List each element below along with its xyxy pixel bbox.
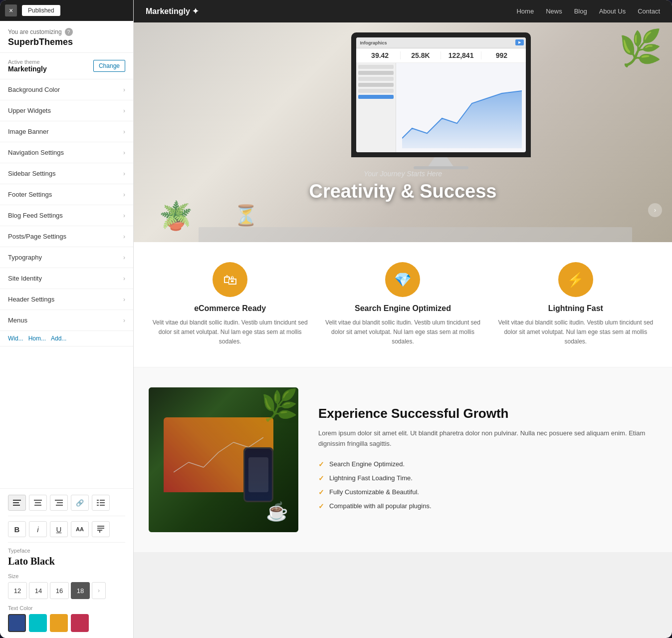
coffee-cup-icon: ☕ [266,501,288,522]
check-icon-1: ✓ [318,460,324,468]
chevron-right-icon: › [123,170,125,177]
svg-rect-6 [55,500,63,501]
menu-item-image-banner[interactable]: Image Banner › [0,121,133,142]
nav-home[interactable]: Home [516,7,534,15]
list-button[interactable] [92,495,110,511]
change-theme-button[interactable]: Change [93,60,125,72]
feature-ecommerce-desc: Velit vitae dui blandit sollic itudin. V… [149,318,311,347]
chevron-right-icon: › [123,317,125,324]
site-logo: Marketingly ✦ [146,6,199,16]
color-swatch-cyan[interactable] [29,614,47,632]
customizer-topbar: × Published [0,0,133,21]
widget-label-1[interactable]: Wid... [8,335,23,342]
svg-rect-3 [34,500,42,501]
hero-text: Your Journey Starts Here Creativity & Su… [278,170,528,202]
feature-seo: 💎 Search Engine Optimized Velit vitae du… [321,262,484,347]
paragraph-button[interactable] [92,521,110,537]
chevron-right-icon: › [123,254,125,261]
list-item: ✓ Fully Customizable & Beautiful. [318,485,657,499]
features-section: 🛍 eCommerce Ready Velit vitae dui blandi… [134,242,672,367]
ecommerce-icon-circle: 🛍 [213,262,247,297]
nav-contact[interactable]: Contact [638,7,660,15]
check-icon-4: ✓ [318,502,324,510]
close-button[interactable]: × [5,4,17,16]
growth-content: Experience Successful Growth Lorem ipsum… [318,406,657,513]
italic-button[interactable]: i [29,521,47,537]
menu-item-posts-page-settings[interactable]: Posts/Page Settings › [0,226,133,247]
plant-left: 🪴 [159,200,193,232]
size-18-button[interactable]: 18 [71,582,90,599]
plant-overlay-icon: 🌿 [261,387,298,423]
svg-rect-8 [56,505,63,506]
color-swatch-blue[interactable] [8,614,26,632]
menu-item-label: Image Banner [8,128,49,135]
text-format-toolbar: B i U AA [8,521,125,543]
menu-item-label: Background Color [8,86,60,93]
text-color-section: Text Color [8,605,125,632]
hero-section: Infographics 39.42 25.8K 122,841 [134,22,672,242]
nav-about[interactable]: About Us [599,7,626,15]
svg-rect-7 [57,502,63,503]
align-right-button[interactable] [50,495,68,511]
menu-item-upper-widgets[interactable]: Upper Widgets › [0,100,133,121]
size-section: Size 12 14 16 18 › [8,573,125,599]
link-button[interactable]: 🔗 [71,495,89,511]
color-swatch-red[interactable] [71,614,89,632]
seo-icon-circle: 💎 [385,262,420,297]
lightning-bolt-icon: ⚡ [567,272,584,288]
help-icon[interactable]: ? [65,28,73,36]
size-14-button[interactable]: 14 [29,582,48,599]
formatting-toolbar: 🔗 [8,495,125,516]
check-icon-2: ✓ [318,474,324,482]
active-theme-name: Marketingly [8,65,47,73]
nav-news[interactable]: News [546,7,562,15]
font-size-button[interactable]: AA [71,521,89,537]
chevron-right-icon: › [123,233,125,240]
svg-rect-15 [97,526,104,527]
bold-button[interactable]: B [8,521,26,537]
plant-right: 🌿 [619,27,662,68]
imac-illustration: Infographics 39.42 25.8K 122,841 [346,32,536,169]
typeface-label: Typeface [8,548,125,554]
widget-label-3[interactable]: Add... [51,335,66,342]
list-item: ✓ Compatible with all popular plugins. [318,499,657,513]
color-swatch-amber[interactable] [50,614,68,632]
feature-ecommerce: 🛍 eCommerce Ready Velit vitae dui blandi… [149,262,311,347]
browser-wrapper: × Published You are customizing ? Superb… [0,0,672,638]
menu-item-background-color[interactable]: Background Color › [0,79,133,100]
size-16-button[interactable]: 16 [50,582,69,599]
align-left-button[interactable] [8,495,26,511]
menu-item-footer-settings[interactable]: Footer Settings › [0,184,133,205]
feature-lightning-desc: Velit vitae dui blandit sollic itudin. V… [494,318,657,347]
menu-item-navigation-settings[interactable]: Navigation Settings › [0,142,133,163]
menu-item-typography[interactable]: Typography › [0,247,133,268]
menu-item-label: Site Identity [8,275,42,282]
menu-item-label: Upper Widgets [8,107,51,114]
site-header: Marketingly ✦ Home News Blog About Us Co… [134,0,672,22]
menu-item-site-identity[interactable]: Site Identity › [0,268,133,289]
underline-button[interactable]: U [50,521,68,537]
nav-blog[interactable]: Blog [574,7,587,15]
hero-subtitle: Your Journey Starts Here [278,170,528,178]
menu-item-header-settings[interactable]: Header Settings › [0,289,133,310]
customizing-label: You are customizing [8,28,62,35]
menu-item-sidebar-settings[interactable]: Sidebar Settings › [0,163,133,184]
menu-item-menus[interactable]: Menus › [0,310,133,331]
lightning-icon-circle: ⚡ [558,262,593,297]
svg-line-19 [174,462,189,472]
size-12-button[interactable]: 12 [8,582,27,599]
hero-scroll-arrow[interactable]: › [648,203,662,217]
active-theme-row: Active theme Marketingly Change [0,53,133,79]
chevron-right-icon: › [123,86,125,93]
svg-rect-9 [97,500,99,501]
size-next-arrow[interactable]: › [92,582,106,599]
widget-label-2[interactable]: Hom... [28,335,46,342]
feature-seo-title: Search Engine Optimized [321,304,484,313]
customizer-bottom: 🔗 B i U AA Typeface Lato Black [0,488,133,638]
check-icon-3: ✓ [318,488,324,496]
svg-rect-16 [97,528,104,529]
stat-4: 992 [481,51,521,59]
svg-rect-4 [35,502,41,503]
menu-item-blog-feed-settings[interactable]: Blog Feed Settings › [0,205,133,226]
align-center-button[interactable] [29,495,47,511]
